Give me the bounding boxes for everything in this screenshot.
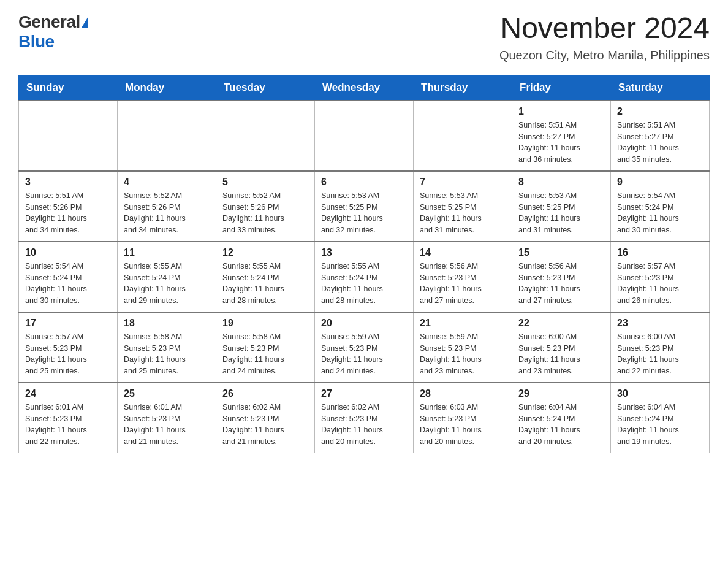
day-info: Sunrise: 5:55 AM Sunset: 5:24 PM Dayligh… — [321, 261, 407, 307]
calendar-cell: 29Sunrise: 6:04 AM Sunset: 5:24 PM Dayli… — [512, 383, 611, 453]
week-row-4: 17Sunrise: 5:57 AM Sunset: 5:23 PM Dayli… — [19, 312, 710, 383]
weekday-header-tuesday: Tuesday — [216, 75, 315, 101]
day-info: Sunrise: 5:51 AM Sunset: 5:27 PM Dayligh… — [518, 120, 604, 166]
day-number: 7 — [420, 177, 506, 188]
calendar-cell — [118, 101, 216, 171]
logo-blue-text: Blue — [18, 32, 55, 51]
logo: General Blue — [18, 12, 88, 52]
calendar-cell: 21Sunrise: 5:59 AM Sunset: 5:23 PM Dayli… — [414, 312, 512, 383]
calendar-cell — [216, 101, 315, 171]
day-info: Sunrise: 5:59 AM Sunset: 5:23 PM Dayligh… — [420, 331, 506, 377]
calendar-cell: 26Sunrise: 6:02 AM Sunset: 5:23 PM Dayli… — [216, 383, 315, 453]
day-info: Sunrise: 5:53 AM Sunset: 5:25 PM Dayligh… — [321, 190, 407, 236]
week-row-3: 10Sunrise: 5:54 AM Sunset: 5:24 PM Dayli… — [19, 242, 710, 312]
day-info: Sunrise: 6:02 AM Sunset: 5:23 PM Dayligh… — [222, 402, 308, 448]
day-number: 17 — [25, 318, 111, 329]
day-info: Sunrise: 5:57 AM Sunset: 5:23 PM Dayligh… — [25, 331, 111, 377]
day-number: 6 — [321, 177, 407, 188]
location-title: Quezon City, Metro Manila, Philippines — [499, 48, 710, 63]
week-row-5: 24Sunrise: 6:01 AM Sunset: 5:23 PM Dayli… — [19, 383, 710, 453]
day-number: 14 — [420, 247, 506, 258]
day-number: 8 — [518, 177, 604, 188]
weekday-header-monday: Monday — [118, 75, 216, 101]
day-info: Sunrise: 6:00 AM Sunset: 5:23 PM Dayligh… — [617, 331, 703, 377]
day-number: 22 — [518, 318, 604, 329]
day-number: 5 — [222, 177, 308, 188]
day-info: Sunrise: 5:59 AM Sunset: 5:23 PM Dayligh… — [321, 331, 407, 377]
header: General Blue November 2024 Quezon City, … — [18, 12, 710, 63]
calendar-cell: 28Sunrise: 6:03 AM Sunset: 5:23 PM Dayli… — [414, 383, 512, 453]
day-info: Sunrise: 5:52 AM Sunset: 5:26 PM Dayligh… — [222, 190, 308, 236]
calendar-cell: 13Sunrise: 5:55 AM Sunset: 5:24 PM Dayli… — [315, 242, 414, 312]
calendar-cell — [19, 101, 118, 171]
day-number: 20 — [321, 318, 407, 329]
day-info: Sunrise: 6:04 AM Sunset: 5:24 PM Dayligh… — [518, 402, 604, 448]
calendar-cell: 24Sunrise: 6:01 AM Sunset: 5:23 PM Dayli… — [19, 383, 118, 453]
calendar-cell: 19Sunrise: 5:58 AM Sunset: 5:23 PM Dayli… — [216, 312, 315, 383]
day-number: 3 — [25, 177, 111, 188]
day-number: 18 — [124, 318, 210, 329]
day-number: 11 — [124, 247, 210, 258]
calendar-cell: 14Sunrise: 5:56 AM Sunset: 5:23 PM Dayli… — [414, 242, 512, 312]
day-number: 2 — [617, 106, 703, 117]
calendar-cell: 3Sunrise: 5:51 AM Sunset: 5:26 PM Daylig… — [19, 171, 118, 242]
day-number: 10 — [25, 247, 111, 258]
day-info: Sunrise: 6:01 AM Sunset: 5:23 PM Dayligh… — [124, 402, 210, 448]
day-info: Sunrise: 6:04 AM Sunset: 5:24 PM Dayligh… — [617, 402, 703, 448]
day-number: 26 — [222, 388, 308, 399]
week-row-1: 1Sunrise: 5:51 AM Sunset: 5:27 PM Daylig… — [19, 101, 710, 171]
calendar-cell: 15Sunrise: 5:56 AM Sunset: 5:23 PM Dayli… — [512, 242, 611, 312]
day-info: Sunrise: 5:57 AM Sunset: 5:23 PM Dayligh… — [617, 261, 703, 307]
day-info: Sunrise: 5:52 AM Sunset: 5:26 PM Dayligh… — [124, 190, 210, 236]
title-area: November 2024 Quezon City, Metro Manila,… — [499, 12, 710, 63]
weekday-header-row: SundayMondayTuesdayWednesdayThursdayFrid… — [19, 75, 710, 101]
day-number: 15 — [518, 247, 604, 258]
day-number: 4 — [124, 177, 210, 188]
day-number: 19 — [222, 318, 308, 329]
day-info: Sunrise: 5:54 AM Sunset: 5:24 PM Dayligh… — [617, 190, 703, 236]
calendar-cell: 10Sunrise: 5:54 AM Sunset: 5:24 PM Dayli… — [19, 242, 118, 312]
calendar-cell: 25Sunrise: 6:01 AM Sunset: 5:23 PM Dayli… — [118, 383, 216, 453]
logo-triangle-icon — [82, 17, 88, 28]
day-info: Sunrise: 5:51 AM Sunset: 5:26 PM Dayligh… — [25, 190, 111, 236]
day-info: Sunrise: 6:03 AM Sunset: 5:23 PM Dayligh… — [420, 402, 506, 448]
day-info: Sunrise: 5:56 AM Sunset: 5:23 PM Dayligh… — [518, 261, 604, 307]
day-number: 28 — [420, 388, 506, 399]
calendar-cell: 30Sunrise: 6:04 AM Sunset: 5:24 PM Dayli… — [611, 383, 710, 453]
weekday-header-friday: Friday — [512, 75, 611, 101]
calendar-cell: 27Sunrise: 6:02 AM Sunset: 5:23 PM Dayli… — [315, 383, 414, 453]
day-info: Sunrise: 5:56 AM Sunset: 5:23 PM Dayligh… — [420, 261, 506, 307]
calendar-table: SundayMondayTuesdayWednesdayThursdayFrid… — [18, 75, 710, 453]
calendar-cell: 18Sunrise: 5:58 AM Sunset: 5:23 PM Dayli… — [118, 312, 216, 383]
month-title: November 2024 — [499, 12, 710, 45]
calendar-cell: 8Sunrise: 5:53 AM Sunset: 5:25 PM Daylig… — [512, 171, 611, 242]
weekday-header-sunday: Sunday — [19, 75, 118, 101]
calendar-cell: 12Sunrise: 5:55 AM Sunset: 5:24 PM Dayli… — [216, 242, 315, 312]
day-info: Sunrise: 6:02 AM Sunset: 5:23 PM Dayligh… — [321, 402, 407, 448]
day-number: 30 — [617, 388, 703, 399]
day-info: Sunrise: 5:55 AM Sunset: 5:24 PM Dayligh… — [222, 261, 308, 307]
calendar-cell — [414, 101, 512, 171]
calendar-cell: 6Sunrise: 5:53 AM Sunset: 5:25 PM Daylig… — [315, 171, 414, 242]
day-number: 21 — [420, 318, 506, 329]
calendar-cell: 2Sunrise: 5:51 AM Sunset: 5:27 PM Daylig… — [611, 101, 710, 171]
day-info: Sunrise: 5:55 AM Sunset: 5:24 PM Dayligh… — [124, 261, 210, 307]
day-number: 27 — [321, 388, 407, 399]
week-row-2: 3Sunrise: 5:51 AM Sunset: 5:26 PM Daylig… — [19, 171, 710, 242]
day-info: Sunrise: 5:54 AM Sunset: 5:24 PM Dayligh… — [25, 261, 111, 307]
day-info: Sunrise: 5:53 AM Sunset: 5:25 PM Dayligh… — [518, 190, 604, 236]
calendar-cell: 7Sunrise: 5:53 AM Sunset: 5:25 PM Daylig… — [414, 171, 512, 242]
day-number: 25 — [124, 388, 210, 399]
day-info: Sunrise: 5:53 AM Sunset: 5:25 PM Dayligh… — [420, 190, 506, 236]
calendar-cell: 22Sunrise: 6:00 AM Sunset: 5:23 PM Dayli… — [512, 312, 611, 383]
calendar-cell: 4Sunrise: 5:52 AM Sunset: 5:26 PM Daylig… — [118, 171, 216, 242]
day-info: Sunrise: 6:01 AM Sunset: 5:23 PM Dayligh… — [25, 402, 111, 448]
day-info: Sunrise: 5:51 AM Sunset: 5:27 PM Dayligh… — [617, 120, 703, 166]
weekday-header-thursday: Thursday — [414, 75, 512, 101]
calendar-cell: 17Sunrise: 5:57 AM Sunset: 5:23 PM Dayli… — [19, 312, 118, 383]
calendar-cell: 16Sunrise: 5:57 AM Sunset: 5:23 PM Dayli… — [611, 242, 710, 312]
weekday-header-saturday: Saturday — [611, 75, 710, 101]
day-number: 13 — [321, 247, 407, 258]
day-number: 1 — [518, 106, 604, 117]
day-number: 23 — [617, 318, 703, 329]
